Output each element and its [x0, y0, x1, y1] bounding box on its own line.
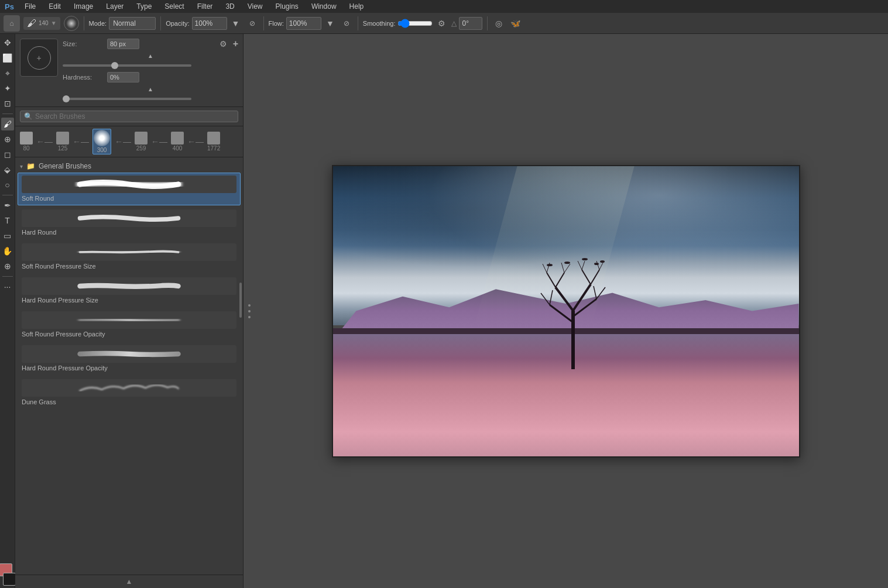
menu-view[interactable]: View: [245, 1, 265, 12]
bottom-triangle-indicator: ▲: [126, 577, 133, 586]
background-color[interactable]: [3, 573, 16, 586]
marquee-tool[interactable]: ⬜: [1, 51, 14, 64]
eraser-tool[interactable]: ◻: [1, 148, 14, 161]
brush-presets-bar: 80 ←— 125 ←— 300 ←— 259 ←—: [15, 126, 243, 157]
edge-dot-1: [248, 304, 251, 307]
brush-circle: [28, 46, 51, 70]
separator-2: [160, 16, 161, 30]
mode-label: Mode:: [89, 20, 107, 27]
hardness-label: Hardness:: [63, 74, 104, 81]
shape-tool[interactable]: ▭: [1, 229, 14, 242]
brush-item-soft-round-pressure-opacity[interactable]: Soft Round Pressure Opacity: [18, 308, 241, 341]
dodge-tool[interactable]: ○: [1, 178, 14, 191]
menu-type[interactable]: Type: [134, 1, 154, 12]
separator-4: [358, 16, 358, 30]
hardness-input[interactable]: [107, 72, 139, 82]
move-tool[interactable]: ✥: [1, 36, 14, 49]
brush-tool-icon[interactable]: 🖌 140 ▼: [23, 17, 60, 30]
brush-sliders: Size: ⚙ + ▲ Hardness: ▲: [63, 39, 238, 102]
smoothing-input[interactable]: [397, 17, 433, 30]
menu-file[interactable]: File: [22, 1, 38, 12]
tool-separator: [2, 114, 13, 114]
brush-group-header[interactable]: ▾ 📁 General Brushes: [18, 160, 241, 173]
group-name: General Brushes: [39, 162, 91, 170]
hand-tool[interactable]: ✋: [1, 245, 14, 257]
color-swatches: [0, 563, 16, 586]
brush-settings-icon[interactable]: ⚙: [220, 39, 227, 49]
paint-bucket-tool[interactable]: ⬙: [1, 163, 14, 176]
soft-round-svg: [22, 176, 236, 192]
brush-name-hard-round-pressure-size: Hard Round Pressure Size: [22, 297, 98, 304]
dots-button[interactable]: ···: [1, 280, 14, 293]
canvas-image: [332, 165, 800, 458]
scrollbar-thumb[interactable]: [239, 283, 242, 318]
size-input[interactable]: [107, 39, 139, 49]
brush-item-hard-round[interactable]: Hard Round: [18, 207, 241, 239]
zoom-tool[interactable]: ⊕: [1, 260, 14, 273]
clone-tool[interactable]: ⊕: [1, 133, 14, 146]
preset-125[interactable]: 125: [56, 132, 69, 152]
menu-image[interactable]: Image: [71, 1, 95, 12]
soft-pressure-opacity-svg: [22, 312, 236, 328]
size-label: Size:: [63, 40, 104, 47]
tool-separator-2: [2, 195, 13, 195]
canvas-area[interactable]: [244, 34, 888, 588]
opacity-options-button[interactable]: ▼: [229, 17, 242, 30]
preset-80[interactable]: 80: [20, 132, 33, 152]
brush-preview-circle[interactable]: [64, 16, 79, 31]
search-brushes-input[interactable]: [35, 112, 234, 121]
add-brush-icon[interactable]: +: [233, 39, 238, 49]
brush-panel-bottom: ▲: [15, 575, 243, 588]
separator-1: [84, 16, 84, 30]
separator-3: [263, 16, 264, 30]
brush-name-soft-round-pressure-opacity: Soft Round Pressure Opacity: [22, 331, 105, 338]
flow-input[interactable]: [286, 17, 321, 30]
separator-5: [487, 16, 488, 30]
symmetry-button[interactable]: 🦋: [509, 17, 522, 30]
brush-tool[interactable]: 🖌: [1, 118, 14, 130]
tool-options-bar: ⌂ 🖌 140 ▼ Mode: Normal Opacity: ▼ ⊘ Flow…: [0, 13, 888, 34]
smoothing-settings-button[interactable]: ⚙: [435, 17, 448, 30]
angle-input[interactable]: [459, 17, 482, 30]
menu-3d[interactable]: 3D: [223, 1, 236, 12]
brush-name-dune-grass: Dune Grass: [22, 398, 56, 405]
mode-group: Mode: Normal: [89, 17, 156, 30]
hardness-slider[interactable]: [63, 98, 191, 100]
menu-bar: Ps File Edit Image Layer Type Select Fil…: [0, 0, 888, 13]
preset-259[interactable]: 259: [135, 132, 148, 152]
brush-icon: 🖌: [27, 18, 36, 29]
opacity-input[interactable]: [192, 17, 227, 30]
lasso-tool[interactable]: ⌖: [1, 67, 14, 80]
edge-dot-3: [248, 316, 251, 318]
size-slider[interactable]: [63, 64, 191, 67]
brush-item-soft-round-pressure-size[interactable]: Soft Round Pressure Size: [18, 240, 241, 273]
mode-select[interactable]: Normal: [109, 17, 156, 30]
brush-item-hard-round-pressure-size[interactable]: Hard Round Pressure Size: [18, 274, 241, 307]
crop-tool[interactable]: ⊡: [1, 97, 14, 110]
menu-layer[interactable]: Layer: [104, 1, 126, 12]
pressure-button[interactable]: ◎: [492, 17, 505, 30]
pen-tool[interactable]: ✒: [1, 199, 14, 212]
home-button[interactable]: ⌂: [4, 15, 20, 32]
menu-help[interactable]: Help: [347, 1, 366, 12]
flow-pen-button[interactable]: ⊘: [340, 17, 353, 30]
preset-400[interactable]: 400: [171, 132, 184, 152]
brush-item-hard-round-pressure-opacity[interactable]: Hard Round Pressure Opacity: [18, 342, 241, 375]
preset-300-active[interactable]: 300: [92, 129, 111, 154]
arrow-4: ←—: [151, 137, 167, 146]
preset-label-1772: 1772: [207, 145, 220, 152]
flow-options-button[interactable]: ▼: [324, 17, 337, 30]
text-tool[interactable]: T: [1, 214, 14, 227]
chevron-down-icon: ▼: [51, 20, 57, 26]
magic-wand-tool[interactable]: ✦: [1, 82, 14, 95]
menu-filter[interactable]: Filter: [195, 1, 215, 12]
preset-1772[interactable]: 1772: [207, 132, 220, 152]
brush-item-dune-grass[interactable]: Dune Grass: [18, 376, 241, 409]
menu-select[interactable]: Select: [162, 1, 186, 12]
menu-window[interactable]: Window: [309, 1, 339, 12]
brush-item-soft-round[interactable]: Soft Round: [18, 173, 241, 205]
menu-edit[interactable]: Edit: [46, 1, 63, 12]
menu-plugins[interactable]: Plugins: [273, 1, 301, 12]
preset-square-400: [171, 132, 184, 145]
opacity-pen-button[interactable]: ⊘: [246, 17, 259, 30]
